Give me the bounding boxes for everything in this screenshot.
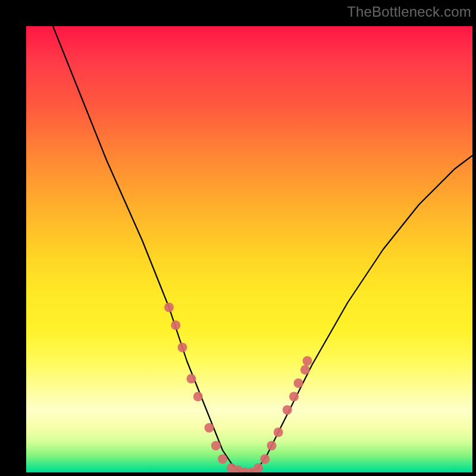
curve-marker: [164, 303, 174, 312]
curve-marker: [283, 405, 292, 415]
curve-marker: [289, 392, 299, 402]
curve-marker: [187, 374, 196, 384]
curve-marker: [193, 392, 203, 402]
curve-marker: [178, 343, 187, 352]
curve-marker: [211, 441, 221, 450]
curve-marker: [205, 423, 214, 433]
curve-marker: [274, 428, 283, 437]
plot-area: [26, 26, 472, 472]
watermark-text: TheBottleneck.com: [347, 4, 471, 20]
curve-marker: [260, 455, 270, 464]
curve-marker: [171, 321, 180, 330]
curve-marker: [300, 365, 310, 375]
curve-marker: [253, 464, 263, 473]
curve-marker: [218, 455, 227, 464]
curve-marker: [267, 441, 277, 450]
bottleneck-curve: [53, 26, 472, 472]
chart-frame: TheBottleneck.com: [0, 0, 476, 476]
curve-layer: [26, 26, 472, 472]
curve-marker: [303, 356, 312, 366]
curve-marker: [294, 378, 303, 388]
